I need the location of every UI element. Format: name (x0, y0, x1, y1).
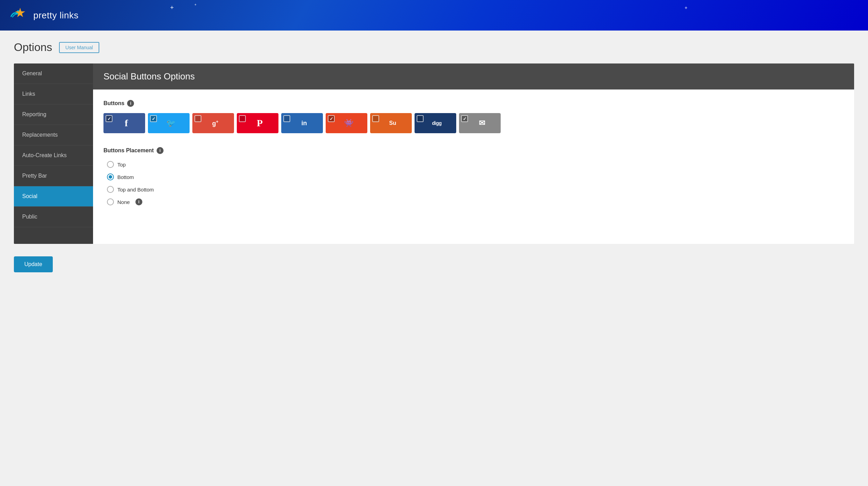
page-title: Options (14, 41, 52, 54)
placement-label: Buttons Placement i (103, 147, 844, 154)
radio-option-top[interactable]: Top (107, 161, 844, 168)
svg-marker-0 (15, 8, 25, 17)
radio-option-bottom[interactable]: Bottom (107, 173, 844, 180)
placement-section: Buttons Placement i Top Bottom (103, 147, 844, 205)
social-btn-digg[interactable]: digg (415, 113, 456, 133)
update-button[interactable]: Update (14, 256, 53, 272)
email-icon: ✉ (479, 119, 485, 128)
digg-icon: digg (432, 120, 442, 126)
social-btn-pinterest[interactable]: P (237, 113, 278, 133)
logo: pretty links (10, 7, 78, 24)
linkedin-icon: in (301, 120, 307, 127)
radio-top[interactable] (107, 161, 114, 168)
radio-none[interactable] (107, 198, 114, 205)
sidebar: General Links Reporting Replacements Aut… (14, 63, 93, 244)
layout: General Links Reporting Replacements Aut… (14, 63, 854, 244)
buttons-info-icon[interactable]: i (127, 100, 134, 107)
social-buttons-row: f 🐦 g+ P (103, 113, 844, 133)
header: pretty links + + + (0, 0, 868, 31)
pinterest-icon: P (257, 118, 262, 129)
main-content: Options User Manual General Links Report… (0, 31, 868, 283)
social-btn-email[interactable]: ✉ (459, 113, 501, 133)
radio-group: Top Bottom Top and Bottom None (103, 161, 844, 205)
social-btn-stumbleupon[interactable]: Su (370, 113, 412, 133)
buttons-section-label: Buttons i (103, 100, 844, 107)
content-header: Social Buttons Options (93, 63, 854, 89)
digg-checkbox[interactable] (417, 115, 424, 122)
linkedin-checkbox[interactable] (283, 115, 290, 122)
sidebar-item-public[interactable]: Public (14, 207, 93, 227)
facebook-checkbox[interactable] (106, 115, 112, 122)
social-btn-reddit[interactable]: 👾 (326, 113, 367, 133)
none-info-icon[interactable]: i (135, 198, 142, 205)
content-panel: Social Buttons Options Buttons i f (93, 63, 854, 244)
social-btn-googleplus[interactable]: g+ (192, 113, 234, 133)
page-header: Options User Manual (14, 41, 854, 54)
content-body: Buttons i f 🐦 (93, 89, 854, 216)
sidebar-item-pretty-bar[interactable]: Pretty Bar (14, 166, 93, 186)
reddit-checkbox[interactable] (328, 115, 335, 122)
pinterest-checkbox[interactable] (239, 115, 246, 122)
sidebar-item-general[interactable]: General (14, 63, 93, 84)
deco-star-1: + (170, 4, 174, 11)
googleplus-icon: g+ (212, 119, 218, 127)
reddit-icon: 👾 (344, 119, 353, 128)
sidebar-item-social[interactable]: Social (14, 186, 93, 207)
deco-star-2: + (194, 3, 197, 7)
googleplus-checkbox[interactable] (194, 115, 201, 122)
logo-text: pretty links (33, 10, 78, 21)
social-btn-facebook[interactable]: f (103, 113, 145, 133)
placement-info-icon[interactable]: i (157, 147, 164, 154)
sidebar-item-replacements[interactable]: Replacements (14, 125, 93, 145)
radio-option-none[interactable]: None i (107, 198, 844, 205)
stumbleupon-checkbox[interactable] (372, 115, 379, 122)
logo-icon (10, 7, 29, 24)
sidebar-item-reporting[interactable]: Reporting (14, 104, 93, 125)
radio-top-and-bottom[interactable] (107, 186, 114, 193)
radio-bottom[interactable] (107, 173, 114, 180)
deco-star-3: + (685, 5, 687, 10)
content-title: Social Buttons Options (103, 71, 844, 82)
facebook-icon: f (125, 118, 128, 129)
stumbleupon-icon: Su (389, 120, 396, 126)
twitter-checkbox[interactable] (150, 115, 157, 122)
social-btn-twitter[interactable]: 🐦 (148, 113, 190, 133)
social-btn-linkedin[interactable]: in (281, 113, 323, 133)
user-manual-button[interactable]: User Manual (59, 42, 99, 53)
sidebar-item-links[interactable]: Links (14, 84, 93, 104)
sidebar-item-auto-create-links[interactable]: Auto-Create Links (14, 145, 93, 166)
twitter-icon: 🐦 (166, 119, 176, 128)
radio-option-top-and-bottom[interactable]: Top and Bottom (107, 186, 844, 193)
email-checkbox[interactable] (461, 115, 468, 122)
